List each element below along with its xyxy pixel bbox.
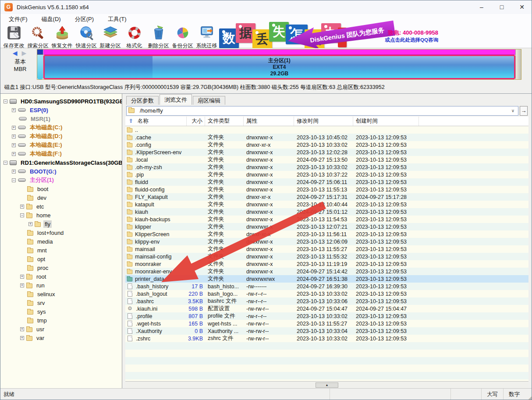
prev-disk-arrow-icon[interactable]: ◀ <box>13 50 19 57</box>
table-row-config[interactable]: .config文件夹drwxr-xr-x2023-10-13 10:33:022… <box>125 141 528 149</box>
table-row-printer-data[interactable]: printer_data文件夹drwxrwxrwx2024-09-27 16:5… <box>125 275 528 283</box>
expand-expander-icon[interactable]: + <box>20 327 24 331</box>
expand-expander-icon[interactable]: + <box>12 135 16 138</box>
table-row-kiauh-ini[interactable]: ⚙.kiauh.ini598 B配置设置-rw-rw-r--2024-09-27… <box>125 305 528 312</box>
table-row-klipperscreen[interactable]: KlipperScreen文件夹drwxr-xr-x2023-10-13 11:… <box>125 230 528 238</box>
table-row-fluidd[interactable]: fluidd文件夹drwxrwxr-x2024-09-27 15:06:1120… <box>125 178 528 186</box>
expand-expander-icon[interactable]: + <box>20 283 24 287</box>
toolbar-backup-button[interactable]: 备份分区 <box>170 25 195 50</box>
tree-item-本地磁盘-c[interactable]: +本地磁盘(C:) <box>0 123 122 132</box>
tab-扇区编辑[interactable]: 扇区编辑 <box>193 96 225 105</box>
tree-item-usr[interactable]: +usr <box>0 325 122 333</box>
disk-column[interactable] <box>37 50 43 79</box>
path-input[interactable]: /home/fly ∨ <box>126 106 518 116</box>
column-header-创建时间[interactable]: 创建时间 <box>353 117 419 126</box>
toolbar-save-button[interactable]: 保存更改 <box>2 25 26 50</box>
toolbar-quick-button[interactable]: 快速分区 <box>74 25 98 50</box>
partition-block[interactable]: 主分区(1) EXT4 29.2GB <box>43 55 515 79</box>
expand-expander-icon[interactable]: + <box>28 222 32 226</box>
column-header-修改时间[interactable]: 修改时间 <box>294 117 353 126</box>
menu-item-工具-t[interactable]: 工具(T) <box>101 14 134 25</box>
tree-item-proc[interactable]: proc <box>0 263 122 272</box>
map-scrollbar[interactable] <box>515 50 521 79</box>
tree-item-boot[interactable]: boot <box>0 184 122 193</box>
column-header-属性[interactable]: 属性 <box>244 117 294 126</box>
expand-expander-icon[interactable]: + <box>20 275 24 279</box>
tree-item-hd0-samsungssd990pro1tb-932gb[interactable]: −HD0:SamsungSSD990PRO1TB(932GB) <box>0 97 122 106</box>
tree-item-run[interactable]: +run <box>0 281 122 290</box>
toolbar-delete-button[interactable]: 删除分区 <box>146 25 170 50</box>
table-row-mainsail-config[interactable]: mainsail-config文件夹drwxrwxr-x2023-10-13 1… <box>125 253 528 260</box>
table-row-katapult[interactable]: katapult文件夹drwxrwxr-x2023-10-13 10:40:44… <box>125 201 528 208</box>
expand-expander-icon[interactable]: + <box>12 152 16 156</box>
expand-expander-icon[interactable]: + <box>12 126 16 130</box>
expand-expander-icon[interactable]: + <box>20 336 24 340</box>
go-button[interactable]: → <box>520 106 528 116</box>
whole-disk-strip[interactable] <box>43 50 515 55</box>
expand-expander-icon[interactable]: + <box>12 143 16 147</box>
toolbar-new-button[interactable]: 新建分区 <box>98 25 122 50</box>
close-button[interactable]: ✕ <box>512 0 532 14</box>
table-row-kiauh[interactable]: kiauh文件夹drwxrwxr-x2024-09-27 15:01:12202… <box>125 208 528 216</box>
collapse-expander-icon[interactable]: − <box>12 178 16 182</box>
collapse-expander-icon[interactable]: − <box>4 161 7 165</box>
collapse-button[interactable]: ▲ <box>316 382 338 388</box>
toolbar-recover-button[interactable]: 恢复文件 <box>50 25 74 50</box>
table-row-zshrc[interactable]: .zshrc3.9KBzshrc 文件-rw-rw-r--2023-10-13 … <box>125 335 528 342</box>
tree-item-srv[interactable]: srv <box>0 298 122 307</box>
table-row-klipperscreen-env[interactable]: .KlipperScreen-env文件夹drwxrwxr-x2023-10-1… <box>125 149 528 156</box>
tree-item-本地磁盘-f[interactable]: +本地磁盘(F:) <box>0 149 122 158</box>
ad-qq-link[interactable]: 或点击此处选择QQ咨询 <box>383 37 438 43</box>
tree-item-root[interactable]: +root <box>0 272 122 281</box>
collapse-expander-icon[interactable]: − <box>4 99 7 103</box>
menu-item-分区-p[interactable]: 分区(P) <box>68 14 101 25</box>
tab-浏览文件[interactable]: 浏览文件 <box>160 94 192 105</box>
table-row-oh-my-zsh[interactable]: .oh-my-zsh文件夹drwxrwxr-x2023-10-13 10:33:… <box>125 163 528 171</box>
tree-item-opt[interactable]: opt <box>0 255 122 263</box>
tree-item-msr-1[interactable]: MSR(1) <box>0 114 122 123</box>
table-row-xauthority[interactable]: .Xauthority0 BXauthority ...-rw-rw-r--20… <box>125 327 528 335</box>
expand-expander-icon[interactable]: + <box>12 108 16 112</box>
table-row-bashrc[interactable]: .bashrc3.5KBbashrc 文件-rw-r--r--2023-10-1… <box>125 297 528 305</box>
tree-item-media[interactable]: media <box>0 237 122 246</box>
table-row-pip[interactable]: .pip文件夹drwxrwxr-x2023-10-13 10:37:222023… <box>125 171 528 178</box>
table-row-profile[interactable]: .profile807 Bprofile 文件-rw-r--r--2023-10… <box>125 312 528 320</box>
tree-item-本地磁盘-e[interactable]: +本地磁盘(E:) <box>0 141 122 149</box>
tree-item-etc[interactable]: +etc <box>0 202 122 211</box>
tree-item-主分区-1[interactable]: −主分区(1) <box>0 176 122 184</box>
table-row-klippy-env[interactable]: klippy-env文件夹drwxrwxr-x2023-10-13 12:06:… <box>125 238 528 245</box>
toolbar-search-button[interactable]: 搜索分区 <box>26 25 50 50</box>
tree-item-rd1-genericmassstorageclass-30gb[interactable]: −RD1:GenericMassStorageClass(30GB) <box>0 158 122 167</box>
toolbar-format-button[interactable]: 格式化 <box>122 25 146 50</box>
tree-item-var[interactable]: +var <box>0 333 122 342</box>
column-header-文件类型[interactable]: 文件类型 <box>205 117 244 126</box>
menu-item-文件-f[interactable]: 文件(F) <box>2 14 35 25</box>
expand-expander-icon[interactable]: + <box>12 170 16 173</box>
ad-banner[interactable]: 数据丢失怎么办! DiskGenius 团队为您服务 致电: 400-008-9… <box>218 25 442 48</box>
table-row-bash-history[interactable]: .bash_history17 Bbash_histo...-rw-------… <box>125 283 528 290</box>
maximize-button[interactable]: □ <box>492 0 512 14</box>
next-disk-arrow-icon[interactable]: ▶ <box>21 50 28 57</box>
table-row-kiauh-backups[interactable]: kiauh-backups文件夹drwxrwxr-x2023-10-13 11:… <box>125 216 528 223</box>
table-row-moonraker[interactable]: moonraker文件夹drwxrwxr-x2023-10-13 11:19:1… <box>125 260 528 268</box>
tree-item-sys[interactable]: sys <box>0 307 122 316</box>
table-row-cache[interactable]: .cache文件夹drwxrwxr-x2023-10-13 10:45:0220… <box>125 134 528 141</box>
table-row-fluidd-config[interactable]: fluidd-config文件夹drwxrwxr-x2023-10-13 11:… <box>125 186 528 193</box>
tree-item-fly[interactable]: +fly <box>0 219 122 228</box>
table-row-mainsail[interactable]: mainsail文件夹drwxrwxr-x2023-10-13 11:55:27… <box>125 245 528 253</box>
tree-item-tmp[interactable]: tmp <box>0 316 122 325</box>
toolbar-migrate-button[interactable]: 系统迁移 <box>195 25 219 50</box>
tree-item-boot-g[interactable]: +BOOT(G:) <box>0 167 122 176</box>
tree-item-esp-0[interactable]: +ESP(0) <box>0 106 122 114</box>
table-row-moonraker-env[interactable]: moonraker-env文件夹drwxrwxr-x2024-09-27 15:… <box>125 268 528 275</box>
table-row-bash-logout[interactable]: .bash_logout220 Bbash_logo...-rw-r--r--2… <box>125 290 528 297</box>
expand-expander-icon[interactable]: + <box>20 205 24 209</box>
table-row-fly-katapult[interactable]: FLY_Katapult文件夹drwxr-xr-x2024-09-27 15:1… <box>125 193 528 201</box>
table-row-item[interactable]: .. <box>125 126 528 134</box>
tab-分区参数[interactable]: 分区参数 <box>126 96 159 105</box>
tree-item-home[interactable]: −home <box>0 211 122 219</box>
collapse-expander-icon[interactable]: − <box>20 213 24 217</box>
ad-contact[interactable]: 致电: 400-008-9958 或点击此处选择QQ咨询 <box>383 29 438 43</box>
menu-item-磁盘-d[interactable]: 磁盘(D) <box>35 14 68 25</box>
tree-item-selinux[interactable]: selinux <box>0 290 122 298</box>
